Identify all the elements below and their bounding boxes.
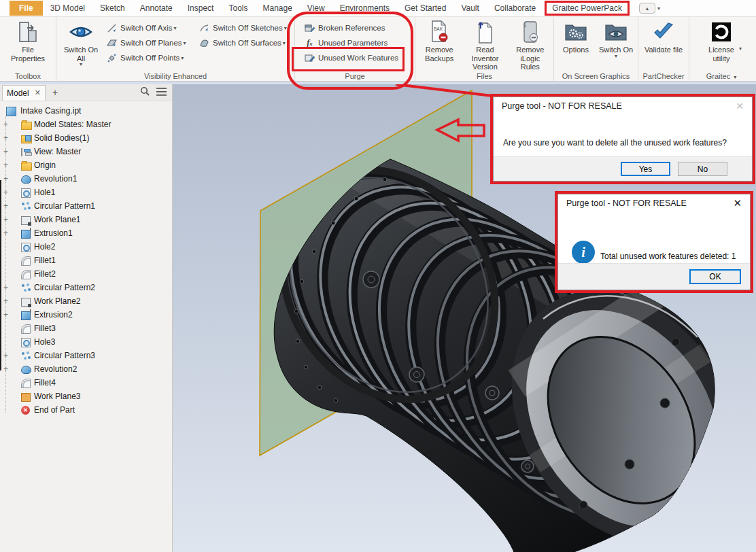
chevron-down-icon[interactable]: ▾: [181, 55, 184, 61]
tree-item-solid-bodies-1-[interactable]: Solid Bodies(1): [0, 131, 172, 145]
tree-item-work-plane3[interactable]: Work Plane3: [0, 390, 172, 403]
file-properties-button[interactable]: File Properties: [7, 18, 49, 64]
tree-item-hole3[interactable]: Hole3: [0, 335, 172, 349]
tree-item-fillet3[interactable]: Fillet3: [0, 322, 172, 335]
sketch-icon: [199, 23, 210, 33]
remove-ilogic-rules-button[interactable]: Remove iLogic Rules: [509, 18, 551, 73]
ribbon-collapse-control[interactable]: ▲ ▾: [639, 3, 660, 14]
chevron-down-icon[interactable]: ▾: [80, 63, 82, 66]
expander-icon[interactable]: [2, 352, 10, 360]
menu-tab-get-started[interactable]: Get Started: [397, 1, 453, 15]
menu-tab-3d-model[interactable]: 3D Model: [43, 1, 92, 15]
chevron-down-icon[interactable]: ▾: [734, 74, 736, 80]
options-button[interactable]: Options: [556, 18, 596, 56]
chevron-down-icon[interactable]: ▾: [283, 40, 286, 46]
switch-off-axis-button[interactable]: Switch Off Axis ▾: [103, 20, 196, 35]
tree-item-model-states-master[interactable]: Model States: Master: [0, 118, 172, 131]
browser-tab-model[interactable]: Model ✕: [2, 85, 46, 101]
close-icon[interactable]: ✕: [736, 101, 744, 111]
chevron-down-icon[interactable]: ▾: [173, 25, 176, 31]
unused-parameters-button[interactable]: fx Unused Parameters: [301, 35, 413, 50]
menu-tab-environments[interactable]: Environments: [332, 1, 397, 15]
chevron-down-icon[interactable]: ▾: [657, 5, 660, 12]
expander-icon[interactable]: [2, 366, 10, 373]
plane-active-icon: [21, 393, 31, 402]
tree-item-revolution2[interactable]: Revolution2: [0, 362, 172, 376]
unused-work-features-label: Unused Work Features: [318, 54, 398, 62]
expander-icon[interactable]: [2, 162, 10, 169]
expander-icon[interactable]: [2, 284, 10, 292]
validate-file-button[interactable]: Validate file: [642, 18, 685, 56]
switch-off-points-label: Switch Off Points: [120, 54, 179, 62]
dialog-titlebar[interactable]: Purge tool - NOT FOR RESALE ✕: [558, 194, 750, 212]
hamburger-menu-icon[interactable]: [156, 86, 167, 99]
close-icon[interactable]: ✕: [35, 88, 41, 97]
expander-icon[interactable]: [2, 230, 10, 237]
expander-icon[interactable]: [2, 298, 10, 305]
yes-button[interactable]: Yes: [621, 162, 670, 176]
menu-tab-inspect[interactable]: Inspect: [180, 1, 222, 15]
menu-tab-annotate[interactable]: Annotate: [133, 1, 180, 15]
switch-on-button[interactable]: Switch On ▾: [596, 18, 636, 59]
tree-item-circular-pattern1[interactable]: Circular Pattern1: [0, 199, 172, 213]
expander-icon[interactable]: [2, 148, 10, 156]
menu-tab-vault[interactable]: Vault: [453, 1, 486, 15]
expander-icon[interactable]: [2, 203, 10, 210]
expander-icon[interactable]: [2, 121, 10, 128]
menu-tab-sketch[interactable]: Sketch: [92, 1, 133, 15]
switch-off-planes-button[interactable]: Switch Off Planes ▾: [103, 35, 196, 50]
expander-icon[interactable]: [2, 189, 10, 196]
menu-tab-tools[interactable]: Tools: [221, 1, 255, 15]
tree-item-hole2[interactable]: Hole2: [0, 240, 172, 254]
broken-references-label: Broken References: [318, 24, 385, 32]
chevron-down-icon[interactable]: ▾: [184, 40, 186, 46]
tree-item-extrusion2[interactable]: Extrusion2: [0, 308, 172, 322]
expander-icon[interactable]: [2, 311, 10, 319]
switch-off-sketches-button[interactable]: Switch Off Sketches ▾: [196, 20, 291, 35]
tree-item-fillet4[interactable]: Fillet4: [0, 376, 172, 390]
tree-item-circular-pattern2[interactable]: Circular Pattern2: [0, 281, 172, 294]
unused-work-features-button[interactable]: Unused Work Features: [301, 50, 413, 65]
license-utility-button[interactable]: License utility ▾: [699, 18, 744, 64]
menu-tab-file[interactable]: File: [10, 1, 43, 16]
broken-references-button[interactable]: Broken References: [301, 20, 413, 35]
tree-item-hole1[interactable]: Hole1: [0, 186, 172, 199]
tree-item-origin[interactable]: Origin: [0, 158, 172, 172]
close-icon[interactable]: ✕: [733, 197, 742, 209]
menu-tab-graitec-powerpack[interactable]: Graitec PowerPack: [545, 1, 630, 16]
expander-icon[interactable]: [2, 216, 10, 224]
menu-tab-collaborate[interactable]: Collaborate: [487, 1, 543, 15]
tree-item-fillet1[interactable]: Fillet1: [0, 254, 172, 267]
remove-backups-button[interactable]: BAK Remove Backups: [417, 18, 461, 64]
tree-item-revolution1[interactable]: Revolution1: [0, 172, 172, 186]
files-group-label: Files: [415, 72, 553, 80]
dialog-titlebar[interactable]: Purge tool - NOT FOR RESALE ✕: [494, 97, 752, 115]
tree-item-work-plane2[interactable]: Work Plane2: [0, 294, 172, 308]
ok-button[interactable]: OK: [689, 269, 741, 284]
no-button[interactable]: No: [678, 162, 727, 176]
tree-item-view-master[interactable]: View: Master: [0, 145, 172, 158]
tree-item-intake-casing-ipt[interactable]: Intake Casing.ipt: [0, 104, 172, 118]
ribbon-collapse-icon[interactable]: ▲: [639, 3, 655, 14]
chevron-down-icon[interactable]: ▾: [284, 25, 287, 31]
add-tab-icon[interactable]: +: [52, 87, 58, 98]
chevron-down-icon[interactable]: ▾: [739, 47, 742, 50]
tree-item-work-plane1[interactable]: Work Plane1: [0, 213, 172, 226]
tree-item-extrusion1[interactable]: Extrusion1: [0, 226, 172, 240]
tree-item-fillet2[interactable]: Fillet2: [0, 267, 172, 281]
search-icon[interactable]: [140, 86, 150, 99]
graitec-group-label: Graitec ▾: [689, 72, 753, 80]
chevron-down-icon[interactable]: ▾: [615, 54, 617, 58]
read-inventor-version-button[interactable]: Read Inventor Version: [461, 18, 509, 73]
expander-icon[interactable]: [2, 135, 10, 142]
expander-icon[interactable]: [2, 175, 10, 183]
menu-tab-view[interactable]: View: [300, 1, 332, 15]
tree-item-end-of-part[interactable]: End of Part: [0, 403, 172, 417]
tree-item-circular-pattern3[interactable]: Circular Pattern3: [0, 349, 172, 362]
graitec-logo-icon: [711, 20, 732, 44]
graphics-viewport[interactable]: Purge tool - NOT FOR RESALE ✕ Are you su…: [173, 84, 756, 552]
switch-off-points-button[interactable]: Switch Off Points ▾: [103, 50, 196, 65]
switch-off-surfaces-button[interactable]: Switch Off Surfaces ▾: [196, 35, 291, 50]
menu-tab-manage[interactable]: Manage: [255, 1, 299, 15]
switch-on-all-button[interactable]: Switch On All ▾: [58, 18, 103, 67]
